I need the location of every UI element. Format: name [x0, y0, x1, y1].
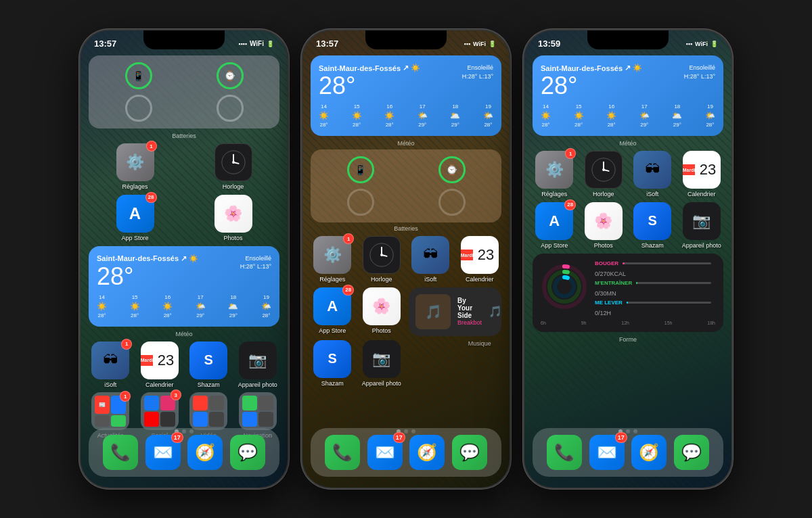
clock-3[interactable]: Horloge [582, 151, 626, 198]
app-row3-1: 🕶 1 iSoft Mardi 23 Calendrier [89, 342, 279, 389]
shazam-3[interactable]: S Shazam [631, 202, 675, 250]
cam-em: 📷 [248, 352, 267, 369]
social-mini-3 [144, 412, 159, 427]
rings-svg [541, 263, 588, 310]
bat2-empty-1 [347, 189, 374, 216]
nav-mini-4 [258, 412, 273, 427]
tb-1: 9h [581, 321, 587, 325]
appstore-img-2: A 28 [313, 287, 351, 325]
camera-1[interactable]: 📷 Appareil photo [236, 342, 280, 389]
signal-icon: ▪▪▪▪ [238, 41, 247, 47]
nav-mini-1 [242, 396, 257, 410]
camera-3[interactable]: 📷 Appareil photo [680, 202, 724, 250]
isoft-img-2: 🕶 [411, 236, 449, 274]
dock-messages-3[interactable]: 💬 [674, 435, 709, 470]
bat2-phone: 📱 [317, 156, 403, 183]
phone-2-status-icons: ▪▪▪ WiFi 🔋 [464, 41, 497, 47]
dock-mail-2[interactable]: ✉️17 [367, 435, 403, 470]
appstore-2[interactable]: A 28 App Store [311, 287, 355, 336]
app-grid-top-1: ⚙️ 1 App Store Réglages [89, 143, 279, 191]
forecast-item-5: 19 🌤️ 28° [261, 294, 271, 319]
isoft-1[interactable]: 🕶 1 iSoft [89, 342, 133, 389]
appstore-3[interactable]: A 28 App Store [533, 202, 577, 250]
shazam-lbl-3: Shazam [641, 242, 664, 250]
location-icon-1: ↗ [181, 254, 187, 263]
cal-top-2: Mardi [461, 250, 474, 260]
cal-top-1: Mardi [141, 355, 154, 366]
phone-1-time: 13:57 [94, 39, 116, 49]
weather-left-2: Saint-Maur-des-Fossés ↗ ☀️ 28° [319, 64, 420, 98]
hour-5: 19 [263, 294, 269, 300]
forecast-2: 14☀️28° 15☀️28° 16☀️28° 17🌤️29° 18🌥️29° … [319, 103, 493, 128]
shazam-2[interactable]: S Shazam [311, 340, 355, 387]
high-2: H:28° L:13° [462, 72, 493, 81]
cal-day-3: Mardi [683, 168, 696, 172]
app-grid-row2-1: A 28 App Store 🌸 Photos [89, 195, 279, 242]
dock-mail-3[interactable]: ✉️17 [589, 435, 625, 470]
settings-icon-1[interactable]: ⚙️ 1 App Store Réglages [89, 143, 181, 191]
musique-lbl-placeholder: Musique [458, 340, 502, 387]
appstore-icon-1[interactable]: A 28 App Store [89, 195, 181, 242]
news-badge: 1 [120, 391, 131, 402]
folder-mini-3 [95, 415, 110, 427]
stat-lever: ME LEVER [595, 300, 715, 306]
dock-safari-2[interactable]: 🧭 [409, 435, 445, 470]
isoft-2[interactable]: 🕶 iSoft [409, 236, 453, 283]
safari-em-1: 🧭 [195, 443, 215, 462]
hour-3: 17 [198, 294, 204, 300]
nav-mini-3 [242, 412, 257, 427]
clock-svg-3 [591, 157, 616, 183]
svg-point-11 [602, 168, 605, 171]
phone-icon: 📱 [133, 70, 144, 81]
condition-2: Ensoleillé H:28° L:13° [462, 64, 493, 80]
shazam-lbl-2: Shazam [321, 380, 344, 387]
svg-point-3 [232, 161, 235, 164]
dock-messages-2[interactable]: 💬 [452, 435, 487, 470]
tb-2: 12h [621, 321, 629, 325]
clock-svg [221, 149, 246, 175]
dock-safari-1[interactable]: 🧭 [187, 435, 223, 470]
meteo-label-1: Météo [89, 331, 279, 337]
dock-phone-1[interactable]: 📞 [103, 435, 138, 470]
camera-2[interactable]: 📷 Appareil photo [360, 340, 404, 387]
dock-messages-1[interactable]: 💬 [230, 435, 265, 470]
clock-lbl-3: Horloge [593, 191, 614, 198]
bat2-circle-phone: 📱 [347, 156, 374, 183]
photos-2[interactable]: 🌸 Photos [360, 287, 404, 336]
phone-3-content: Saint-Maur-des-Fossés ↗ ☀️ 28° Ensoleill… [524, 55, 731, 458]
mail-badge-1: 17 [171, 432, 183, 443]
settings-2[interactable]: ⚙️1 Réglages [311, 236, 355, 283]
shazam-img-1: S [189, 342, 227, 379]
weather-top-3: Saint-Maur-des-Fossés ↗ ☀️ 28° Ensoleill… [541, 64, 715, 98]
photos-icon-1[interactable]: 🌸 Photos [187, 195, 279, 242]
music-art: 🎵 [415, 294, 451, 329]
settings-3[interactable]: ⚙️1 Réglages [533, 151, 577, 198]
dock-phone-2[interactable]: 📞 [325, 435, 360, 470]
dock-mail-1[interactable]: ✉️ 17 [145, 435, 181, 470]
music-widget-container: 🎵 By Your Side Breakbot 🎵 [409, 287, 501, 336]
clock-icon-1[interactable]: Horloge [187, 143, 279, 191]
hour-1: 15 [132, 294, 138, 300]
calendrier-1[interactable]: Mardi 23 Calendrier [138, 342, 182, 389]
photos-emoji: 🌸 [224, 205, 242, 222]
tb-4: 18h [707, 321, 715, 325]
vid-mini-3 [193, 412, 208, 427]
clock-2[interactable]: Horloge [360, 236, 404, 283]
cal-2[interactable]: Mardi 23 Calendrier [458, 236, 502, 283]
shazam-em: S [204, 352, 213, 368]
settings-emoji: ⚙️ [126, 154, 144, 171]
dock-safari-3[interactable]: 🧭 [631, 435, 667, 470]
isoft-3[interactable]: 🕶 iSoft [631, 151, 675, 198]
forecast-3: 14☀️28° 15☀️28° 16☀️28° 17🌤️29° 18🌥️29° … [541, 103, 715, 128]
photos-img-3: 🌸 [585, 202, 623, 240]
cal-3[interactable]: Mardi 23 Calendrier [680, 151, 724, 198]
forecast-item-1: 15 ☀️ 28° [130, 294, 140, 319]
shazam-1[interactable]: S Shazam [187, 342, 231, 389]
phone-1-notch [143, 30, 225, 49]
cam-lbl-3: Appareil photo [682, 242, 721, 250]
cam-lbl-1: Appareil photo [238, 381, 277, 389]
time-bar: 6h 9h 12h 15h 18h [541, 321, 715, 325]
dock-phone-3[interactable]: 📞 [547, 435, 582, 470]
photos-3[interactable]: 🌸 Photos [582, 202, 626, 250]
music-widget[interactable]: 🎵 By Your Side Breakbot 🎵 [409, 287, 501, 336]
